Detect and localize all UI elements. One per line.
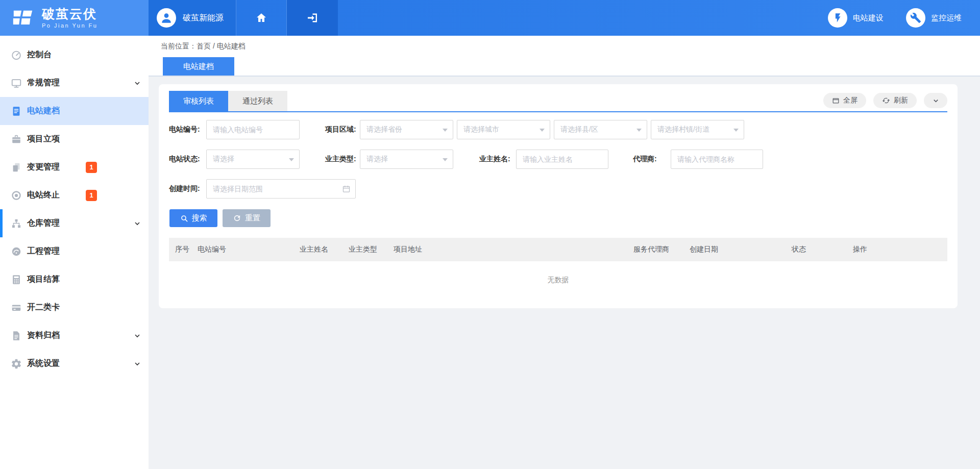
county-select[interactable]: 请选择县/区 xyxy=(554,120,647,139)
station-no-input[interactable] xyxy=(206,120,300,139)
signin-button[interactable] xyxy=(287,0,338,36)
sidebar-item-system-settings[interactable]: 系统设置 xyxy=(0,350,149,378)
empty-state: 无数据 xyxy=(169,261,947,308)
user-menu[interactable]: 破茧新能源 xyxy=(149,0,236,36)
status-select[interactable]: 请选择 xyxy=(206,150,300,169)
chevron-down-icon xyxy=(932,97,940,105)
status-label: 电站状态: xyxy=(169,155,206,164)
table-header: 序号 电站编号 业主姓名 业主类型 项目地址 服务代理商 创建日期 状态 操作 xyxy=(169,238,947,261)
refresh-icon xyxy=(882,96,890,105)
reset-button[interactable]: 重置 xyxy=(223,209,271,227)
app-window: 破茧云伏 Po Jian Yun Fu 破茧新能源 xyxy=(0,0,980,469)
sidebar-item-project-initiation[interactable]: 项目立项 xyxy=(0,125,149,153)
chevron-down-icon xyxy=(133,79,141,87)
refresh-button[interactable]: 刷新 xyxy=(873,93,917,108)
chevron-down-icon xyxy=(133,219,141,228)
reset-icon xyxy=(233,214,241,223)
col-seq: 序号 xyxy=(169,245,191,254)
top-header: 破茧云伏 Po Jian Yun Fu 破茧新能源 xyxy=(0,0,980,36)
tab-passed-list[interactable]: 通过列表 xyxy=(228,91,287,111)
lightning-icon xyxy=(832,12,843,23)
main-content: 当前位置：首页 / 电站建档 电站建档 审核列表 通过列表 全屏 xyxy=(149,36,980,469)
sidebar-item-open-type2-card[interactable]: 开二类卡 xyxy=(0,293,149,322)
app-title: 破茧云伏 xyxy=(42,7,97,21)
target-icon xyxy=(10,189,22,202)
chevron-down-icon xyxy=(133,360,141,368)
company-name: 破茧新能源 xyxy=(183,13,224,23)
sidebar: 控制台 常规管理 电站建档 xyxy=(0,36,149,469)
gauge-icon xyxy=(10,245,22,258)
sidebar-item-warehouse-mgmt[interactable]: 仓库管理 xyxy=(0,209,149,237)
col-actions: 操作 xyxy=(847,245,947,254)
avatar xyxy=(157,8,176,28)
col-project-address: 项目地址 xyxy=(387,245,627,254)
col-status: 状态 xyxy=(786,245,847,254)
caret-down-icon xyxy=(636,129,642,132)
col-owner-type: 业主类型 xyxy=(342,245,387,254)
tab-review-list[interactable]: 审核列表 xyxy=(169,91,228,111)
col-station-no: 电站编号 xyxy=(191,245,293,254)
collapse-button[interactable] xyxy=(924,93,947,108)
breadcrumb: 当前位置：首页 / 电站建档 xyxy=(149,36,980,51)
col-owner-name: 业主姓名 xyxy=(293,245,342,254)
col-service-agent: 服务代理商 xyxy=(627,245,683,254)
region-label: 项目区域: xyxy=(325,125,360,134)
col-create-date: 创建日期 xyxy=(683,245,786,254)
calculator-icon xyxy=(10,274,22,286)
search-icon xyxy=(180,214,188,223)
archive-doc-icon xyxy=(10,330,22,342)
content-panel: 审核列表 通过列表 全屏 刷新 xyxy=(159,84,958,308)
search-button[interactable]: 搜索 xyxy=(169,209,217,227)
caret-down-icon xyxy=(443,158,448,161)
home-icon xyxy=(255,12,267,24)
briefcase-icon xyxy=(10,133,22,145)
topbar: 当前位置：首页 / 电站建档 电站建档 xyxy=(149,36,980,77)
app-title-en: Po Jian Yun Fu xyxy=(42,22,97,29)
caret-down-icon xyxy=(540,129,545,132)
sitemap-icon xyxy=(10,217,22,230)
sidebar-item-project-settlement[interactable]: 项目结算 xyxy=(0,265,149,293)
owner-type-select[interactable]: 请选择 xyxy=(360,150,453,169)
nav-monitor-ops[interactable]: 监控运维 xyxy=(906,8,962,28)
town-select[interactable]: 请选择村镇/街道 xyxy=(651,120,744,139)
user-icon xyxy=(160,11,173,24)
create-time-label: 创建时间: xyxy=(169,184,206,193)
station-no-label: 电站编号: xyxy=(169,125,206,134)
date-range-input[interactable] xyxy=(206,179,356,199)
city-select[interactable]: 请选择城市 xyxy=(457,120,550,139)
gear-icon xyxy=(10,358,22,370)
agent-input[interactable] xyxy=(671,150,763,169)
agent-label: 代理商: xyxy=(633,155,671,164)
wrench-icon xyxy=(910,12,921,23)
nav-station-build[interactable]: 电站建设 xyxy=(828,8,884,28)
logo[interactable]: 破茧云伏 Po Jian Yun Fu xyxy=(0,0,149,36)
copy-icon xyxy=(10,161,22,174)
page-tab-station-archive[interactable]: 电站建档 xyxy=(163,57,234,76)
badge: 1 xyxy=(86,162,97,173)
caret-down-icon xyxy=(443,129,448,132)
sidebar-item-engineering-mgmt[interactable]: 工程管理 xyxy=(0,237,149,265)
home-button[interactable] xyxy=(236,0,287,36)
signin-icon xyxy=(306,12,318,24)
owner-type-label: 业主类型: xyxy=(325,155,360,164)
owner-name-label: 业主姓名: xyxy=(479,155,516,164)
sidebar-item-change-mgmt[interactable]: 变更管理 1 xyxy=(0,153,149,181)
fullscreen-button[interactable]: 全屏 xyxy=(823,93,866,108)
province-select[interactable]: 请选择省份 xyxy=(360,120,453,139)
document-icon xyxy=(10,105,22,117)
sidebar-item-data-archive[interactable]: 资料归档 xyxy=(0,322,149,350)
caret-down-icon xyxy=(733,129,739,132)
sidebar-item-station-termination[interactable]: 电站终止 1 xyxy=(0,181,149,209)
monitor-icon xyxy=(10,77,22,89)
badge: 1 xyxy=(86,190,97,201)
dashboard-icon xyxy=(10,49,22,61)
sidebar-item-console[interactable]: 控制台 xyxy=(0,41,149,69)
caret-down-icon xyxy=(289,158,294,161)
sidebar-item-station-archive[interactable]: 电站建档 xyxy=(0,97,149,125)
owner-name-input[interactable] xyxy=(516,150,608,169)
fullscreen-icon xyxy=(832,97,840,105)
sidebar-item-general-mgmt[interactable]: 常规管理 xyxy=(0,69,149,97)
card-icon xyxy=(10,302,22,314)
chevron-down-icon xyxy=(133,332,141,340)
filter-form: 电站编号: 项目区域: 请选择省份 请选择城市 请选择县/区 xyxy=(169,112,947,199)
